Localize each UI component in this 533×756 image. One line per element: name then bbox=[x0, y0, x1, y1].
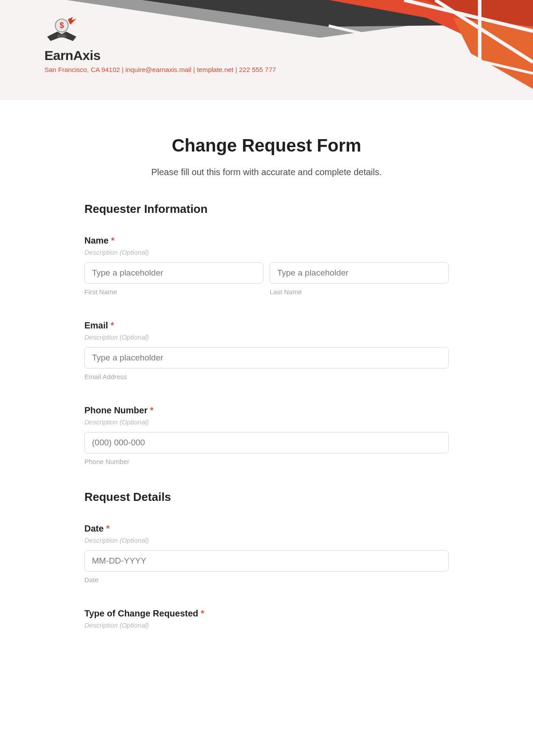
label-text: Date bbox=[84, 524, 103, 533]
label-text: Type of Change Requested bbox=[84, 608, 198, 618]
required-star: * bbox=[111, 236, 115, 245]
required-star: * bbox=[111, 320, 114, 330]
last-name-input[interactable] bbox=[270, 262, 449, 284]
handshake-logo-icon: $ bbox=[44, 17, 79, 44]
required-star: * bbox=[106, 524, 110, 533]
sublabel-last-name: Last Name bbox=[270, 288, 449, 296]
svg-rect-12 bbox=[57, 34, 66, 38]
field-name: Name * Description (Optional) First Name… bbox=[84, 236, 449, 296]
sublabel-date: Date bbox=[84, 576, 449, 584]
field-label-change-type: Type of Change Requested * bbox=[84, 608, 449, 619]
svg-marker-11 bbox=[68, 17, 76, 24]
field-desc-date: Description (Optional) bbox=[84, 536, 449, 544]
field-phone: Phone Number * Description (Optional) Ph… bbox=[84, 405, 449, 465]
header-band: $ EarnAxis San Francisco, CA 94102 | inq… bbox=[0, 0, 533, 100]
section-heading-details: Request Details bbox=[84, 490, 449, 504]
field-desc-email: Description (Optional) bbox=[84, 333, 449, 341]
field-label-date: Date * bbox=[84, 524, 449, 534]
date-input[interactable] bbox=[84, 550, 449, 572]
field-email: Email * Description (Optional) Email Add… bbox=[84, 320, 449, 380]
sublabel-email: Email Address bbox=[84, 373, 449, 380]
field-date: Date * Description (Optional) Date bbox=[84, 524, 449, 584]
field-label-email: Email * bbox=[84, 320, 449, 331]
required-star: * bbox=[201, 608, 204, 618]
required-star: * bbox=[150, 405, 154, 415]
brand-name: EarnAxis bbox=[44, 48, 276, 63]
svg-text:$: $ bbox=[60, 21, 64, 30]
email-input[interactable] bbox=[84, 347, 449, 368]
phone-input[interactable] bbox=[84, 432, 449, 453]
label-text: Email bbox=[84, 320, 108, 330]
sublabel-phone: Phone Number bbox=[84, 458, 449, 465]
section-heading-requester: Requester Information bbox=[84, 202, 449, 216]
form-subtitle: Please fill out this form with accurate … bbox=[84, 167, 449, 177]
field-label-phone: Phone Number * bbox=[84, 405, 449, 416]
field-desc-phone: Description (Optional) bbox=[84, 418, 449, 426]
logo-block: $ EarnAxis San Francisco, CA 94102 | inq… bbox=[44, 17, 276, 73]
field-change-type: Type of Change Requested * Description (… bbox=[84, 608, 449, 629]
first-name-input[interactable] bbox=[84, 262, 263, 284]
form-container: Change Request Form Please fill out this… bbox=[84, 100, 449, 653]
label-text: Name bbox=[84, 236, 108, 245]
label-text: Phone Number bbox=[84, 405, 147, 415]
brand-tagline: San Francisco, CA 94102 | inquire@earnax… bbox=[44, 66, 276, 73]
field-desc-name: Description (Optional) bbox=[84, 248, 449, 256]
field-desc-change-type: Description (Optional) bbox=[84, 621, 449, 629]
sublabel-first-name: First Name bbox=[84, 288, 263, 296]
field-label-name: Name * bbox=[84, 236, 449, 246]
form-title: Change Request Form bbox=[84, 136, 449, 156]
